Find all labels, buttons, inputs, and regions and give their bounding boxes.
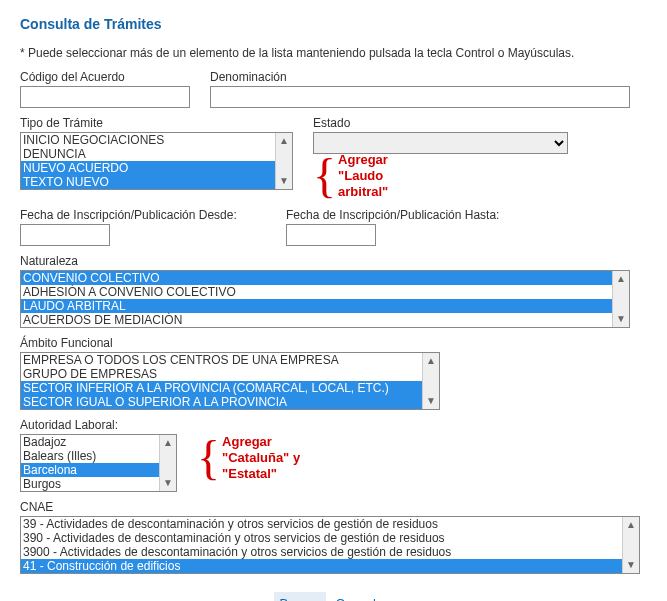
scrollbar[interactable]: ▲ ▼ (612, 271, 629, 327)
scrollbar[interactable]: ▲ ▼ (275, 133, 292, 189)
chevron-down-icon: ▼ (163, 475, 173, 491)
buscar-button[interactable]: Buscar (274, 592, 326, 601)
brace-icon: { (313, 152, 336, 200)
naturaleza-label: Naturaleza (20, 254, 647, 268)
list-item[interactable]: CONVENIO COLECTIVO (21, 271, 612, 285)
naturaleza-select[interactable]: CONVENIO COLECTIVOADHESIÓN A CONVENIO CO… (20, 270, 630, 328)
list-item[interactable]: TEXTO NUEVO (21, 175, 275, 189)
page-title: Consulta de Trámites (20, 16, 647, 32)
fecha-desde-input[interactable] (20, 224, 110, 246)
note-text: * Puede seleccionar más de un elemento d… (20, 46, 647, 60)
annotation-cataluna: Agregar "Cataluña" y "Estatal" (222, 434, 332, 482)
chevron-up-icon: ▲ (626, 517, 636, 533)
chevron-up-icon: ▲ (426, 353, 436, 369)
list-item[interactable]: ACUERDOS DE MEDIACIÓN (21, 313, 612, 327)
denominacion-input[interactable] (210, 86, 630, 108)
list-item[interactable]: 41 - Construcción de edificios (21, 559, 622, 573)
scrollbar[interactable]: ▲ ▼ (622, 517, 639, 573)
fecha-hasta-label: Fecha de Inscripción/Publicación Hasta: (286, 208, 499, 222)
denominacion-label: Denominación (210, 70, 647, 84)
list-item[interactable]: LAUDO ARBITRAL (21, 299, 612, 313)
list-item[interactable]: SECTOR INFERIOR A LA PROVINCIA (COMARCAL… (21, 381, 422, 395)
list-item[interactable]: DENUNCIA (21, 147, 275, 161)
chevron-down-icon: ▼ (626, 557, 636, 573)
ambito-select[interactable]: EMPRESA O TODOS LOS CENTROS DE UNA EMPRE… (20, 352, 440, 410)
fecha-desde-label: Fecha de Inscripción/Publicación Desde: (20, 208, 240, 222)
annotation-laudo: Agregar "Laudo arbitral" (338, 152, 418, 200)
list-item[interactable]: Badajoz (21, 435, 159, 449)
tipo-tramite-label: Tipo de Trámite (20, 116, 293, 130)
brace-icon: { (197, 434, 220, 482)
list-item[interactable]: 390 - Actividades de descontaminación y … (21, 531, 622, 545)
estado-label: Estado (313, 116, 568, 130)
list-item[interactable]: INICIO NEGOCIACIONES (21, 133, 275, 147)
list-item[interactable]: EMPRESA O TODOS LOS CENTROS DE UNA EMPRE… (21, 353, 422, 367)
scrollbar[interactable]: ▲ ▼ (159, 435, 176, 491)
list-item[interactable]: Barcelona (21, 463, 159, 477)
chevron-up-icon: ▲ (279, 133, 289, 149)
chevron-down-icon: ▼ (279, 173, 289, 189)
cnae-select[interactable]: 39 - Actividades de descontaminación y o… (20, 516, 640, 574)
list-item[interactable]: Balears (Illes) (21, 449, 159, 463)
tipo-tramite-select[interactable]: INICIO NEGOCIACIONESDENUNCIANUEVO ACUERD… (20, 132, 293, 190)
chevron-up-icon: ▲ (616, 271, 626, 287)
list-item[interactable]: Burgos (21, 477, 159, 491)
list-item[interactable]: SECTOR IGUAL O SUPERIOR A LA PROVINCIA (21, 395, 422, 409)
cnae-label: CNAE (20, 500, 647, 514)
autoridad-label: Autoridad Laboral: (20, 418, 177, 432)
chevron-down-icon: ▼ (616, 311, 626, 327)
chevron-up-icon: ▲ (163, 435, 173, 451)
chevron-down-icon: ▼ (426, 393, 436, 409)
list-item[interactable]: 3900 - Actividades de descontaminación y… (21, 545, 622, 559)
list-item[interactable]: GRUPO DE EMPRESAS (21, 367, 422, 381)
fecha-hasta-input[interactable] (286, 224, 376, 246)
list-item[interactable]: ADHESIÓN A CONVENIO COLECTIVO (21, 285, 612, 299)
codigo-input[interactable] (20, 86, 190, 108)
list-item[interactable]: 39 - Actividades de descontaminación y o… (21, 517, 622, 531)
cancelar-button[interactable]: Cancelar (329, 592, 393, 601)
ambito-label: Ámbito Funcional (20, 336, 647, 350)
codigo-label: Código del Acuerdo (20, 70, 190, 84)
scrollbar[interactable]: ▲ ▼ (422, 353, 439, 409)
autoridad-select[interactable]: BadajozBalears (Illes)BarcelonaBurgos ▲ … (20, 434, 177, 492)
estado-select[interactable] (313, 132, 568, 154)
list-item[interactable]: NUEVO ACUERDO (21, 161, 275, 175)
